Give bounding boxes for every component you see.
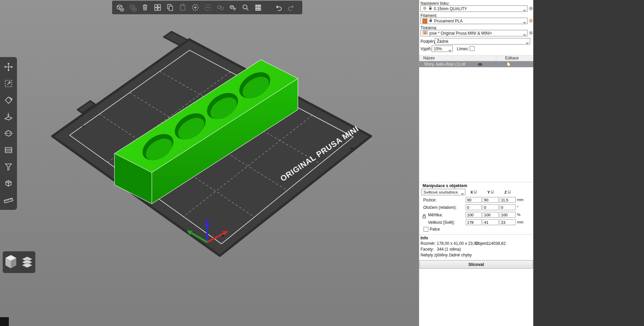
filament-combo[interactable]: Prusament PLA — [421, 18, 527, 24]
edit-column-header: Editace — [497, 56, 527, 60]
copy-button[interactable] — [164, 2, 176, 13]
search-button[interactable] — [240, 2, 251, 13]
infill-combo[interactable]: 15% — [432, 46, 453, 52]
position-y-input[interactable] — [483, 197, 499, 203]
supports-label: Podpěry: — [421, 39, 437, 44]
add-icon — [115, 3, 124, 12]
object-list-row[interactable]: Shiny Jaiks-Bojo (1).stl — [419, 61, 533, 67]
size-y-input[interactable] — [483, 219, 499, 225]
printer-value: jose * Original Prusa MINI & MINI+ — [429, 31, 522, 36]
height-range-tool-button[interactable] — [1, 143, 16, 157]
rotation-z-input[interactable] — [500, 204, 516, 210]
scale-x-input[interactable] — [466, 212, 482, 218]
size-x-input[interactable] — [466, 219, 482, 225]
uniform-scale-lock-icon[interactable] — [422, 214, 426, 220]
variable-layer-height-button[interactable] — [252, 2, 264, 13]
coordinate-system-combo[interactable]: Světové souřadnice — [422, 189, 465, 195]
chevron-down-icon — [448, 48, 451, 53]
printer-combo[interactable]: jose * Original Prusa MINI & MINI+ — [421, 30, 527, 36]
layers-view-icon — [20, 253, 35, 270]
3d-view-icon — [3, 253, 18, 270]
rotate-icon — [3, 95, 14, 105]
add-instance-icon — [191, 3, 200, 12]
split-objects-icon — [216, 3, 225, 12]
split-parts-icon: P — [229, 3, 237, 12]
position-z-input[interactable] — [500, 197, 516, 203]
infill-label: Výplň: — [421, 47, 432, 51]
edit-object-icon[interactable] — [507, 62, 511, 67]
lock-icon — [429, 18, 432, 23]
measure-tool-button[interactable] — [1, 193, 16, 207]
position-unit: mm — [517, 198, 523, 202]
axis-x-icon[interactable] — [474, 190, 477, 194]
brim-checkbox[interactable] — [470, 46, 475, 51]
scale-tool-button[interactable] — [1, 76, 16, 91]
split-to-objects-button[interactable] — [215, 2, 226, 13]
paint-supports-tool-button[interactable] — [1, 160, 16, 174]
place-on-face-tool-button[interactable] — [1, 110, 16, 124]
paste-icon — [178, 3, 187, 12]
add-button[interactable] — [114, 2, 126, 13]
edit-filament-button[interactable] — [529, 18, 533, 23]
3d-viewport[interactable]: ORIGINAL PRUSA MINI — [0, 0, 419, 326]
rotation-unit: ° — [517, 205, 519, 209]
arrange-icon — [153, 3, 162, 12]
printer-label: Tiskárna: — [421, 25, 437, 30]
print-settings-combo[interactable]: 0.15mm QUALITY — [421, 5, 527, 12]
edit-print-settings-button[interactable] — [529, 6, 533, 11]
inches-label: Palce — [430, 227, 440, 232]
seam-icon — [3, 178, 14, 188]
axis-y-header: Y — [483, 189, 499, 195]
top-toolbar: P — [112, 1, 302, 14]
size-z-input[interactable] — [500, 219, 516, 225]
delete-button[interactable] — [127, 2, 138, 13]
facets-value: 344 (1 stěna) — [437, 247, 461, 252]
position-x-input[interactable] — [466, 197, 482, 203]
rotate-tool-button[interactable] — [1, 93, 16, 107]
move-tool-button[interactable] — [1, 60, 16, 74]
3d-editor-view-button[interactable] — [3, 253, 18, 271]
split-to-parts-button[interactable]: P — [227, 2, 239, 13]
scale-y-input[interactable] — [483, 212, 499, 218]
facets-label: Facety: — [421, 247, 434, 252]
scale-z-input[interactable] — [500, 212, 516, 218]
paste-button[interactable] — [177, 2, 189, 13]
edit-printer-button[interactable] — [529, 31, 533, 35]
section-divider — [419, 182, 533, 182]
bottom-corner-element — [0, 317, 9, 326]
inches-checkbox[interactable] — [424, 227, 428, 232]
preview-view-button[interactable] — [20, 253, 35, 271]
add-instance-button[interactable] — [190, 2, 201, 13]
info-title: Info — [421, 236, 428, 240]
chevron-down-icon — [526, 40, 529, 45]
redo-button[interactable] — [285, 2, 297, 13]
object-name: Shiny Jaiks-Bojo (1).stl — [424, 62, 465, 67]
size-unit: mm — [517, 220, 523, 224]
size-label: Velikost [Svět]: — [428, 220, 455, 225]
axis-z-header: Z — [500, 189, 516, 195]
remove-instance-button[interactable] — [202, 2, 214, 13]
cut-tool-button[interactable] — [1, 126, 16, 141]
rotation-y-input[interactable] — [483, 204, 499, 210]
search-icon — [241, 3, 250, 12]
supports-value: Žádné — [437, 39, 524, 44]
slice-button[interactable]: Slicovat — [419, 260, 533, 269]
delete-all-button[interactable] — [139, 2, 151, 13]
filament-label: Filament: — [421, 13, 437, 18]
rotation-x-input[interactable] — [466, 204, 482, 210]
lock-icon — [429, 6, 432, 11]
chevron-down-icon — [523, 8, 526, 13]
position-label: Pozice: — [423, 198, 436, 202]
seam-tool-button[interactable] — [1, 176, 16, 191]
3d-scene[interactable]: ORIGINAL PRUSA MINI — [0, 0, 419, 326]
arrange-button[interactable] — [152, 2, 163, 13]
undo-button[interactable] — [273, 2, 284, 13]
volume-label: Objem: — [475, 241, 488, 246]
chevron-down-icon — [523, 20, 526, 25]
supports-combo[interactable]: Žádné — [435, 38, 530, 44]
axis-z-icon[interactable] — [508, 190, 511, 194]
height-range-icon — [3, 145, 14, 155]
eye-icon[interactable] — [478, 62, 483, 67]
name-column-header: Název — [423, 56, 435, 60]
axis-y-icon[interactable] — [491, 190, 494, 194]
